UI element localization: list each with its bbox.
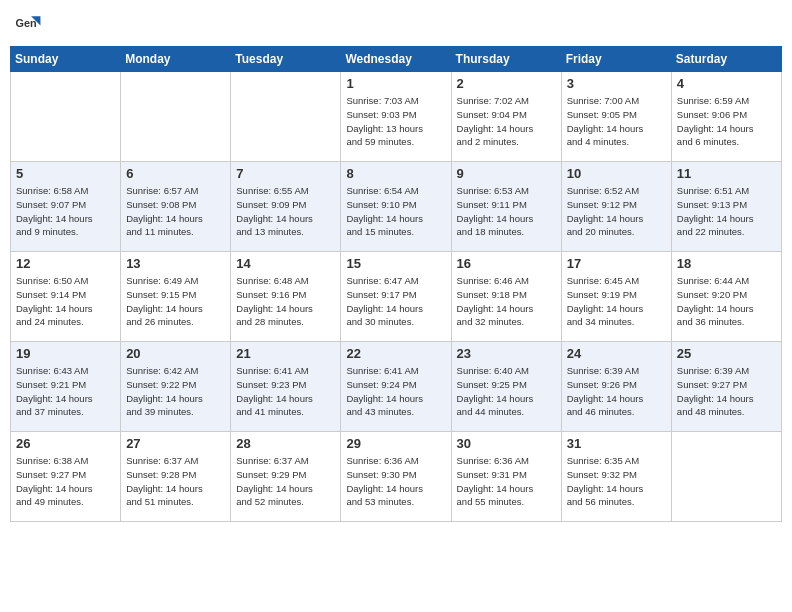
svg-text:Gen: Gen: [16, 17, 37, 29]
col-header-wednesday: Wednesday: [341, 47, 451, 72]
day-number: 30: [457, 436, 556, 451]
calendar-cell: 15Sunrise: 6:47 AM Sunset: 9:17 PM Dayli…: [341, 252, 451, 342]
day-number: 25: [677, 346, 776, 361]
calendar-cell: [671, 432, 781, 522]
day-info: Sunrise: 6:55 AM Sunset: 9:09 PM Dayligh…: [236, 184, 335, 239]
day-info: Sunrise: 6:44 AM Sunset: 9:20 PM Dayligh…: [677, 274, 776, 329]
logo: Gen: [14, 10, 46, 38]
day-number: 23: [457, 346, 556, 361]
calendar-cell: 2Sunrise: 7:02 AM Sunset: 9:04 PM Daylig…: [451, 72, 561, 162]
calendar-cell: 14Sunrise: 6:48 AM Sunset: 9:16 PM Dayli…: [231, 252, 341, 342]
calendar-week-row: 19Sunrise: 6:43 AM Sunset: 9:21 PM Dayli…: [11, 342, 782, 432]
calendar-cell: [121, 72, 231, 162]
day-number: 6: [126, 166, 225, 181]
calendar-cell: 25Sunrise: 6:39 AM Sunset: 9:27 PM Dayli…: [671, 342, 781, 432]
day-info: Sunrise: 6:39 AM Sunset: 9:27 PM Dayligh…: [677, 364, 776, 419]
day-number: 12: [16, 256, 115, 271]
day-info: Sunrise: 6:57 AM Sunset: 9:08 PM Dayligh…: [126, 184, 225, 239]
col-header-tuesday: Tuesday: [231, 47, 341, 72]
day-number: 24: [567, 346, 666, 361]
day-info: Sunrise: 6:36 AM Sunset: 9:30 PM Dayligh…: [346, 454, 445, 509]
day-info: Sunrise: 6:47 AM Sunset: 9:17 PM Dayligh…: [346, 274, 445, 329]
day-number: 7: [236, 166, 335, 181]
day-number: 28: [236, 436, 335, 451]
day-info: Sunrise: 7:02 AM Sunset: 9:04 PM Dayligh…: [457, 94, 556, 149]
calendar-cell: 12Sunrise: 6:50 AM Sunset: 9:14 PM Dayli…: [11, 252, 121, 342]
day-number: 14: [236, 256, 335, 271]
calendar-cell: 19Sunrise: 6:43 AM Sunset: 9:21 PM Dayli…: [11, 342, 121, 432]
day-number: 20: [126, 346, 225, 361]
calendar-cell: 17Sunrise: 6:45 AM Sunset: 9:19 PM Dayli…: [561, 252, 671, 342]
calendar-header-row: SundayMondayTuesdayWednesdayThursdayFrid…: [11, 47, 782, 72]
day-number: 31: [567, 436, 666, 451]
calendar-cell: 6Sunrise: 6:57 AM Sunset: 9:08 PM Daylig…: [121, 162, 231, 252]
day-info: Sunrise: 6:39 AM Sunset: 9:26 PM Dayligh…: [567, 364, 666, 419]
col-header-monday: Monday: [121, 47, 231, 72]
calendar-week-row: 1Sunrise: 7:03 AM Sunset: 9:03 PM Daylig…: [11, 72, 782, 162]
day-number: 3: [567, 76, 666, 91]
calendar-cell: 24Sunrise: 6:39 AM Sunset: 9:26 PM Dayli…: [561, 342, 671, 432]
day-number: 9: [457, 166, 556, 181]
day-info: Sunrise: 6:54 AM Sunset: 9:10 PM Dayligh…: [346, 184, 445, 239]
calendar-cell: 21Sunrise: 6:41 AM Sunset: 9:23 PM Dayli…: [231, 342, 341, 432]
logo-icon: Gen: [14, 10, 42, 38]
day-info: Sunrise: 6:40 AM Sunset: 9:25 PM Dayligh…: [457, 364, 556, 419]
calendar-cell: 3Sunrise: 7:00 AM Sunset: 9:05 PM Daylig…: [561, 72, 671, 162]
day-number: 29: [346, 436, 445, 451]
calendar-week-row: 12Sunrise: 6:50 AM Sunset: 9:14 PM Dayli…: [11, 252, 782, 342]
col-header-sunday: Sunday: [11, 47, 121, 72]
day-number: 15: [346, 256, 445, 271]
calendar-cell: 20Sunrise: 6:42 AM Sunset: 9:22 PM Dayli…: [121, 342, 231, 432]
calendar-table: SundayMondayTuesdayWednesdayThursdayFrid…: [10, 46, 782, 522]
day-info: Sunrise: 6:45 AM Sunset: 9:19 PM Dayligh…: [567, 274, 666, 329]
day-number: 5: [16, 166, 115, 181]
day-info: Sunrise: 6:38 AM Sunset: 9:27 PM Dayligh…: [16, 454, 115, 509]
day-info: Sunrise: 6:50 AM Sunset: 9:14 PM Dayligh…: [16, 274, 115, 329]
day-number: 26: [16, 436, 115, 451]
calendar-cell: 8Sunrise: 6:54 AM Sunset: 9:10 PM Daylig…: [341, 162, 451, 252]
calendar-week-row: 5Sunrise: 6:58 AM Sunset: 9:07 PM Daylig…: [11, 162, 782, 252]
col-header-thursday: Thursday: [451, 47, 561, 72]
day-info: Sunrise: 7:00 AM Sunset: 9:05 PM Dayligh…: [567, 94, 666, 149]
day-number: 17: [567, 256, 666, 271]
day-number: 4: [677, 76, 776, 91]
day-number: 13: [126, 256, 225, 271]
calendar-cell: 16Sunrise: 6:46 AM Sunset: 9:18 PM Dayli…: [451, 252, 561, 342]
day-info: Sunrise: 6:52 AM Sunset: 9:12 PM Dayligh…: [567, 184, 666, 239]
calendar-cell: 28Sunrise: 6:37 AM Sunset: 9:29 PM Dayli…: [231, 432, 341, 522]
day-info: Sunrise: 6:35 AM Sunset: 9:32 PM Dayligh…: [567, 454, 666, 509]
day-number: 11: [677, 166, 776, 181]
day-info: Sunrise: 6:51 AM Sunset: 9:13 PM Dayligh…: [677, 184, 776, 239]
day-info: Sunrise: 6:41 AM Sunset: 9:23 PM Dayligh…: [236, 364, 335, 419]
calendar-cell: 10Sunrise: 6:52 AM Sunset: 9:12 PM Dayli…: [561, 162, 671, 252]
calendar-cell: 9Sunrise: 6:53 AM Sunset: 9:11 PM Daylig…: [451, 162, 561, 252]
calendar-cell: 1Sunrise: 7:03 AM Sunset: 9:03 PM Daylig…: [341, 72, 451, 162]
calendar-cell: 27Sunrise: 6:37 AM Sunset: 9:28 PM Dayli…: [121, 432, 231, 522]
day-number: 16: [457, 256, 556, 271]
calendar-cell: 22Sunrise: 6:41 AM Sunset: 9:24 PM Dayli…: [341, 342, 451, 432]
calendar-cell: 11Sunrise: 6:51 AM Sunset: 9:13 PM Dayli…: [671, 162, 781, 252]
calendar-cell: 18Sunrise: 6:44 AM Sunset: 9:20 PM Dayli…: [671, 252, 781, 342]
calendar-cell: [11, 72, 121, 162]
day-info: Sunrise: 6:37 AM Sunset: 9:28 PM Dayligh…: [126, 454, 225, 509]
calendar-cell: 30Sunrise: 6:36 AM Sunset: 9:31 PM Dayli…: [451, 432, 561, 522]
day-number: 19: [16, 346, 115, 361]
day-number: 22: [346, 346, 445, 361]
day-number: 8: [346, 166, 445, 181]
day-info: Sunrise: 6:42 AM Sunset: 9:22 PM Dayligh…: [126, 364, 225, 419]
day-info: Sunrise: 6:46 AM Sunset: 9:18 PM Dayligh…: [457, 274, 556, 329]
day-number: 2: [457, 76, 556, 91]
day-number: 1: [346, 76, 445, 91]
day-info: Sunrise: 6:36 AM Sunset: 9:31 PM Dayligh…: [457, 454, 556, 509]
calendar-cell: 4Sunrise: 6:59 AM Sunset: 9:06 PM Daylig…: [671, 72, 781, 162]
col-header-saturday: Saturday: [671, 47, 781, 72]
calendar-cell: 29Sunrise: 6:36 AM Sunset: 9:30 PM Dayli…: [341, 432, 451, 522]
calendar-week-row: 26Sunrise: 6:38 AM Sunset: 9:27 PM Dayli…: [11, 432, 782, 522]
day-info: Sunrise: 6:58 AM Sunset: 9:07 PM Dayligh…: [16, 184, 115, 239]
day-info: Sunrise: 6:49 AM Sunset: 9:15 PM Dayligh…: [126, 274, 225, 329]
page-header: Gen: [10, 10, 782, 38]
day-number: 18: [677, 256, 776, 271]
calendar-cell: 26Sunrise: 6:38 AM Sunset: 9:27 PM Dayli…: [11, 432, 121, 522]
day-number: 10: [567, 166, 666, 181]
day-number: 21: [236, 346, 335, 361]
